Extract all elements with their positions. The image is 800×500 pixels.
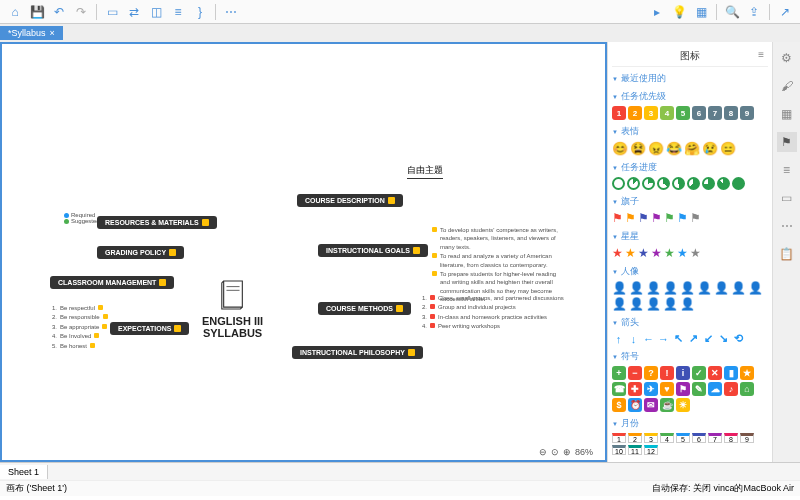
month-marker[interactable]: 5: [676, 433, 690, 443]
section-emoji[interactable]: 表情: [621, 125, 639, 138]
expand-icon[interactable]: ⇄: [125, 3, 143, 21]
progress-marker[interactable]: [702, 177, 715, 190]
emoji-marker[interactable]: 😊: [612, 141, 628, 156]
priority-marker[interactable]: 6: [692, 106, 706, 120]
flag-marker[interactable]: ⚑: [677, 211, 688, 225]
person-marker[interactable]: 👤: [629, 281, 644, 295]
symbol-marker[interactable]: i: [676, 366, 690, 380]
symbol-marker[interactable]: ⚑: [676, 382, 690, 396]
symbol-marker[interactable]: ☁: [708, 382, 722, 396]
arrow-marker[interactable]: ↙: [702, 332, 715, 345]
idea-icon[interactable]: 💡: [670, 3, 688, 21]
search-icon[interactable]: 🔍: [723, 3, 741, 21]
star-marker[interactable]: ★: [690, 246, 701, 260]
priority-marker[interactable]: 1: [612, 106, 626, 120]
sheet-tab[interactable]: Sheet 1: [0, 465, 48, 479]
progress-marker[interactable]: [612, 177, 625, 190]
section-symbols[interactable]: 符号: [621, 350, 639, 363]
month-marker[interactable]: 6: [692, 433, 706, 443]
emoji-marker[interactable]: 😢: [702, 141, 718, 156]
emoji-marker[interactable]: 😠: [648, 141, 664, 156]
topic-node[interactable]: CLASSROOM MANAGEMENT: [50, 276, 174, 289]
symbol-marker[interactable]: −: [628, 366, 642, 380]
star-marker[interactable]: ★: [625, 246, 636, 260]
section-arrows[interactable]: 箭头: [621, 316, 639, 329]
tab-syllabus[interactable]: *Syllabus ×: [0, 26, 63, 40]
section-people[interactable]: 人像: [621, 265, 639, 278]
month-marker[interactable]: 9: [740, 433, 754, 443]
person-marker[interactable]: 👤: [748, 281, 763, 295]
star-marker[interactable]: ★: [612, 246, 623, 260]
flag-marker[interactable]: ⚑: [625, 211, 636, 225]
home-icon[interactable]: ⌂: [6, 3, 24, 21]
flag-marker[interactable]: ⚑: [612, 211, 623, 225]
topic-node[interactable]: COURSE DESCRIPTION: [297, 194, 403, 207]
side-tab[interactable]: ▦: [777, 104, 797, 124]
progress-marker[interactable]: [657, 177, 670, 190]
emoji-marker[interactable]: 😑: [720, 141, 736, 156]
symbol-marker[interactable]: ✈: [644, 382, 658, 396]
arrow-marker[interactable]: ↑: [612, 332, 625, 345]
topic-node[interactable]: RESOURCES & MATERIALS: [97, 216, 217, 229]
zoom-control[interactable]: ⊖ ⊙ ⊕ 86%: [539, 447, 593, 457]
symbol-marker[interactable]: ☀: [676, 398, 690, 412]
arrow-marker[interactable]: →: [657, 332, 670, 345]
person-marker[interactable]: 👤: [646, 297, 661, 311]
section-recent[interactable]: 最近使用的: [621, 72, 666, 85]
emoji-marker[interactable]: 😫: [630, 141, 646, 156]
person-marker[interactable]: 👤: [646, 281, 661, 295]
side-tab[interactable]: ⋯: [777, 216, 797, 236]
zoom-in-icon[interactable]: ⊕: [563, 447, 571, 457]
symbol-marker[interactable]: ☕: [660, 398, 674, 412]
symbol-marker[interactable]: ✚: [628, 382, 642, 396]
progress-marker[interactable]: [687, 177, 700, 190]
month-marker[interactable]: 2: [628, 433, 642, 443]
month-marker[interactable]: 7: [708, 433, 722, 443]
side-tab[interactable]: ⚙: [777, 48, 797, 68]
symbol-marker[interactable]: ✉: [644, 398, 658, 412]
person-marker[interactable]: 👤: [697, 281, 712, 295]
month-marker[interactable]: 12: [644, 445, 658, 455]
panel-menu-icon[interactable]: ≡: [758, 49, 764, 60]
section-stars[interactable]: 星星: [621, 230, 639, 243]
export-icon[interactable]: ↗: [776, 3, 794, 21]
star-marker[interactable]: ★: [638, 246, 649, 260]
month-marker[interactable]: 8: [724, 433, 738, 443]
person-marker[interactable]: 👤: [629, 297, 644, 311]
arrow-marker[interactable]: ↓: [627, 332, 640, 345]
section-months[interactable]: 月份: [621, 417, 639, 430]
mindmap-canvas[interactable]: 自由主题 Required Suggested ENGLISH III SYLL…: [0, 42, 607, 462]
symbol-marker[interactable]: !: [660, 366, 674, 380]
symbol-marker[interactable]: +: [612, 366, 626, 380]
theme-icon[interactable]: ▦: [692, 3, 710, 21]
month-marker[interactable]: 10: [612, 445, 626, 455]
symbol-marker[interactable]: ☎: [612, 382, 626, 396]
progress-marker[interactable]: [732, 177, 745, 190]
person-marker[interactable]: 👤: [714, 281, 729, 295]
more-icon[interactable]: ⋯: [222, 3, 240, 21]
section-progress[interactable]: 任务进度: [621, 161, 657, 174]
zoom-out-icon[interactable]: ⊖: [539, 447, 547, 457]
progress-marker[interactable]: [627, 177, 640, 190]
symbol-marker[interactable]: ✎: [692, 382, 706, 396]
emoji-marker[interactable]: 😂: [666, 141, 682, 156]
priority-marker[interactable]: 2: [628, 106, 642, 120]
topic-node[interactable]: INSTRUCTIONAL GOALS: [318, 244, 428, 257]
side-tab[interactable]: ▭: [777, 188, 797, 208]
person-marker[interactable]: 👤: [663, 281, 678, 295]
side-tab[interactable]: ≡: [777, 160, 797, 180]
symbol-marker[interactable]: ▮: [724, 366, 738, 380]
progress-marker[interactable]: [642, 177, 655, 190]
notes-icon[interactable]: ≡: [169, 3, 187, 21]
priority-marker[interactable]: 3: [644, 106, 658, 120]
topic-node[interactable]: GRADING POLICY: [97, 246, 184, 259]
person-marker[interactable]: 👤: [612, 297, 627, 311]
month-marker[interactable]: 4: [660, 433, 674, 443]
arrow-marker[interactable]: ↗: [687, 332, 700, 345]
zoom-fit-icon[interactable]: ⊙: [551, 447, 559, 457]
symbol-marker[interactable]: ✓: [692, 366, 706, 380]
center-topic[interactable]: ENGLISH III SYLLABUS: [202, 279, 263, 339]
topic-node[interactable]: EXPECTATIONS: [110, 322, 189, 335]
priority-marker[interactable]: 8: [724, 106, 738, 120]
side-tab[interactable]: ⚑: [777, 132, 797, 152]
